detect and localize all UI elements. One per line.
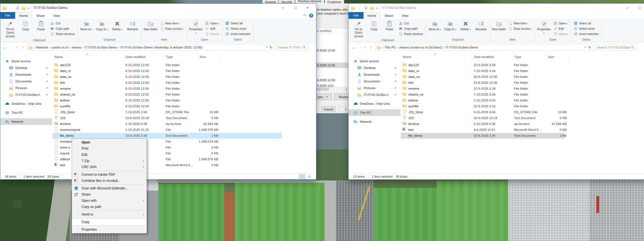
titlebar[interactable]: ▾IT-ITVO-SciStor-Demo─□ xyxy=(349,4,644,12)
ribbon-button-easy-access[interactable]: Easy access ▾ xyxy=(159,26,185,31)
sidebar-item-network[interactable]: Network xyxy=(0,118,52,125)
previous-version-row[interactable]: 0-2025 12:00 xyxy=(316,48,348,53)
sidebar-item-pictures[interactable]: Pictures xyxy=(0,85,52,91)
previous-versions-dialog[interactable]: m shadow copies, whiyour computer's hard… xyxy=(316,3,348,113)
ribbon-button-rename[interactable]: Rename xyxy=(474,19,488,31)
ribbon-button-properties[interactable]: Properties ▾ xyxy=(188,19,203,34)
close-button[interactable]: × xyxy=(302,4,314,12)
sidebar-item-it-itvo-scistor-i[interactable]: IT-ITVO-SciStor-I xyxy=(0,91,52,98)
sidebar-item-it-itvo-scistor-i[interactable]: IT-ITVO-SciStor-I xyxy=(349,91,400,98)
ribbon-button-pin-to-quick-access[interactable]: Pin to Quick access xyxy=(3,19,18,38)
ribbon-button-easy-access[interactable]: Easy access ▾ xyxy=(507,26,533,31)
sidebar-item-desktop[interactable]: Desktop xyxy=(0,64,52,71)
dialog-column-header[interactable]: e modified xyxy=(316,28,348,34)
ribbon-button-rename[interactable]: Rename xyxy=(125,19,140,31)
column-header-name[interactable]: Name xyxy=(52,53,124,61)
ribbon-button-cut[interactable]: Cut xyxy=(49,20,76,26)
column-header-size[interactable]: Size xyxy=(198,53,220,61)
file-row-data-rw[interactable]: data_rw20-9-2025 12:00File folder xyxy=(401,74,633,80)
menu-item-properties[interactable]: Properties xyxy=(72,226,147,233)
ribbon-button-copy-to[interactable]: Copy to ▾ xyxy=(94,19,109,31)
file-row-testme[interactable]: testme9-10-2025 12:00File folder xyxy=(52,98,285,103)
minimize-button[interactable]: ─ xyxy=(277,4,289,12)
menu-item-share[interactable]: Share xyxy=(72,191,147,198)
breadcrumb-item-it-itvo-scistor-demo[interactable]: IT-ITVO-SciStor-Demo xyxy=(446,46,478,49)
forward-button[interactable]: → xyxy=(9,45,15,50)
column-header-date-modified[interactable]: Date modified xyxy=(472,53,512,61)
tab-home[interactable]: Home xyxy=(363,12,381,19)
breadcrumb-item-scistor-vu-nl[interactable]: scistor.vu.nl xyxy=(51,46,68,49)
ribbon-button-delete[interactable]: Delete ▾ xyxy=(110,19,125,31)
qat-customize-button[interactable]: ▾ xyxy=(28,6,29,10)
file-row-shared-rw[interactable]: shared_rw9-10-2025 12:00File folder xyxy=(52,92,285,98)
address-bar[interactable]: ›Network›scistor.vu.nl›shares›IT-ITVO-Sc… xyxy=(27,44,275,51)
column-header-type[interactable]: Type xyxy=(512,53,546,61)
menu-item-combine-files-in-acrobat[interactable]: Combine files in Acrobat... xyxy=(72,178,147,184)
back-button[interactable]: ← xyxy=(351,45,356,50)
breadcrumb-item-it-itvo-scistor-demo[interactable]: IT-ITVO-SciStor-Demo xyxy=(85,46,117,49)
minimize-button[interactable]: ─ xyxy=(621,4,633,12)
ribbon-button-copy-path[interactable]: W...Copy path xyxy=(397,26,424,31)
ribbon-button-copy-to[interactable]: Copy to ▾ xyxy=(443,19,458,31)
ribbon-button-paste-shortcut[interactable]: Paste shortcut xyxy=(397,31,424,36)
breadcrumb-item-this-pc[interactable]: This PC xyxy=(384,46,396,49)
help-button[interactable]: ? xyxy=(309,13,313,18)
sidebar-item-documents[interactable]: Documents xyxy=(349,78,400,85)
ribbon-button-move-to[interactable]: Move to ▾ xyxy=(427,19,442,31)
scrollbar-thumb[interactable] xyxy=(316,88,329,91)
breadcrumb-item-shares-scistor-vu-nl-scistor[interactable]: shares (scistor.vu.nl (SciStor)) xyxy=(399,46,442,49)
sidebar-item-this-pc[interactable]: This PC xyxy=(349,109,400,116)
ribbon-button-select-none[interactable]: Select none xyxy=(224,26,252,31)
ribbon-button-open[interactable]: Open ▾ xyxy=(552,20,569,26)
file-row-data-rw[interactable]: data_rw9-10-2025 12:00File folder xyxy=(52,74,285,80)
menu-item-open[interactable]: Open xyxy=(72,139,147,145)
ribbon-button-paste[interactable]: Paste xyxy=(382,19,397,31)
file-row-file-demo[interactable]: file_demo19-9-2025 2:26Text Document1 KB xyxy=(52,133,282,139)
tab-view[interactable]: View xyxy=(397,12,413,19)
ribbon-button-select-all[interactable]: Select all xyxy=(224,20,252,26)
right-explorer-window[interactable]: ▾IT-ITVO-SciStor-Demo─□FileHomeShareView… xyxy=(348,3,644,180)
breadcrumb-item-shares[interactable]: shares xyxy=(71,46,81,49)
address-dropdown-icon[interactable]: ▾ xyxy=(585,46,586,48)
ribbon-button-copy[interactable]: Copy xyxy=(18,19,33,31)
cancel-button[interactable]: Cancel xyxy=(321,106,335,112)
details-view-button[interactable] xyxy=(299,174,305,179)
ribbon-button-copy-path[interactable]: W...Copy path xyxy=(49,26,76,31)
sidebar-item-this-pc[interactable]: This PC xyxy=(0,109,52,116)
maximize-button[interactable]: □ xyxy=(633,4,644,12)
search-box[interactable]: Search IT-ITVO-SciStor-Demo xyxy=(276,44,308,51)
tab-share[interactable]: Share xyxy=(380,12,397,19)
breadcrumb-item-network[interactable]: Network xyxy=(36,46,48,49)
thumbnail-view-button[interactable] xyxy=(306,174,313,179)
ribbon-button-invert-selection[interactable]: Invert selection xyxy=(224,31,252,36)
tab-view[interactable]: View xyxy=(49,12,64,19)
ribbon-button-cut[interactable]: Cut xyxy=(397,20,424,26)
sidebar-item-pictures[interactable]: Pictures xyxy=(349,85,400,91)
menu-item-copy-as-path[interactable]: Copy as path xyxy=(72,204,147,210)
previous-versions-list[interactable]: e modified0-2025 12:000-2025 12:000-2025… xyxy=(316,28,348,91)
tab-share[interactable]: Share xyxy=(32,12,49,19)
file-row-ds-store[interactable]: .DS_Store9-10-2025 9:40DS_STORE File15 K… xyxy=(401,109,633,115)
ribbon-button-copy[interactable]: Copy xyxy=(367,19,381,31)
previous-version-row[interactable]: 0-2025 12:00 xyxy=(316,62,348,68)
tab-file[interactable]: File xyxy=(349,12,363,19)
file-row-info[interactable]: info9-10-2025 12:00File folder xyxy=(52,80,285,86)
file-row-abc123[interactable]: abc1239-10-2025 12:00File folder xyxy=(52,62,285,68)
file-row-rename[interactable]: rename9-10-2025 12:00File folder xyxy=(52,86,285,92)
breadcrumb-item-it-itvo-scistor-demo-yesterday-9-oktober-2025-12-00[interactable]: IT-ITVO-SciStor-Demo (Yesterday 9 oktobe… xyxy=(120,46,202,49)
file-row-archive[interactable]: ZArchive2-10-2025 4:36zip Archive41.894 … xyxy=(401,121,633,127)
sidebar-item-quick-access[interactable]: Quick access xyxy=(0,58,52,64)
ribbon-button-move-to[interactable]: Move to ▾ xyxy=(79,19,94,31)
ribbon-button-new-folder[interactable]: New folder xyxy=(143,19,158,31)
up-button[interactable]: ↑ xyxy=(20,45,26,50)
file-row-xyz456[interactable]: xyz4569-10-2025 12:00File folder xyxy=(52,103,285,109)
menu-item-print[interactable]: Print xyxy=(72,145,147,152)
ribbon-button-pin-to-quick-access[interactable]: Pin to Quick access xyxy=(351,19,366,38)
file-row-data-ro[interactable]: data_ro7-10-2025 3:34File folder xyxy=(401,68,633,74)
file-row-abc123[interactable]: abc12322-9-2025 3:28File folder xyxy=(401,62,633,68)
context-menu[interactable]: OpenPrintEdit7-Zip›CRC SHA›Convert to Ad… xyxy=(72,138,147,233)
back-button[interactable]: ← xyxy=(3,45,8,50)
column-header-date-modified[interactable]: Date modified xyxy=(124,53,164,61)
tab-file[interactable]: File xyxy=(0,12,15,19)
refresh-icon[interactable]: ↻ xyxy=(270,45,272,49)
